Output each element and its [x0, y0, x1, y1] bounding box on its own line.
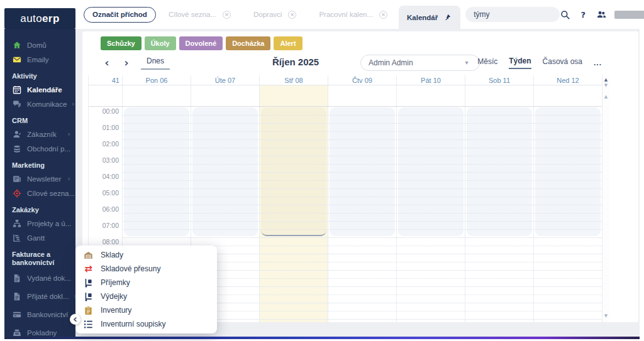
- menu-item-sklady[interactable]: Sklady: [75, 248, 217, 262]
- resource-select[interactable]: Admin Admin ▾: [360, 55, 480, 71]
- resource-select-value: Admin Admin: [369, 58, 413, 67]
- scroll-up-icon[interactable]: ▲: [602, 94, 609, 99]
- all-day-cell[interactable]: [259, 85, 328, 106]
- all-day-cell[interactable]: [396, 85, 465, 106]
- more-views-button[interactable]: ...: [594, 58, 602, 67]
- filter-button-sch-zky[interactable]: Schůzky: [101, 36, 142, 50]
- warehouse-icon: [83, 250, 94, 261]
- next-button[interactable]: ›: [121, 58, 131, 68]
- card-icon: [12, 310, 22, 320]
- sidebar-section-label: Marketing: [4, 156, 75, 171]
- scroll-down-icon[interactable]: ▼: [602, 313, 609, 318]
- sidebar-item-label: Projekty a ú...: [27, 220, 71, 227]
- day-column[interactable]: [259, 107, 328, 322]
- non-working-hours-shade: [398, 107, 464, 236]
- time-label: 02:00: [103, 141, 119, 148]
- topbar-tab[interactable]: Pracovní kalen...×: [308, 0, 399, 29]
- doc-icon: [12, 273, 22, 283]
- sidebar-item-label: Přijaté dokl...: [27, 293, 69, 300]
- menu-item-p-jemky[interactable]: Příjemky: [75, 276, 217, 290]
- chevron-right-icon: ›: [72, 100, 74, 108]
- search-icon[interactable]: [560, 9, 570, 19]
- tab-label: Kalendář: [407, 14, 438, 21]
- sidebar-item-bankovnictv[interactable]: Bankovnictví›: [4, 305, 75, 323]
- help-icon[interactable]: ?: [578, 9, 588, 19]
- calendar-scrollbar[interactable]: ▲▼▲▼: [602, 75, 609, 322]
- sidebar-collapse-button[interactable]: ‹: [70, 314, 80, 325]
- menu-item-v-dejky[interactable]: Výdejky: [75, 290, 217, 303]
- sidebar-item-label: Kalendáře: [27, 86, 62, 94]
- sidebar-item-z-kazn-k[interactable]: Zákazník›: [4, 127, 75, 141]
- sidebar-item-label: Obchodní p...: [27, 145, 70, 153]
- filter-button--koly[interactable]: Úkoly: [145, 36, 176, 50]
- view-button-m-s-c[interactable]: Měsíc: [477, 57, 497, 68]
- all-day-cell[interactable]: [122, 85, 191, 106]
- topbar-tab[interactable]: Kalendář: [399, 6, 460, 29]
- today-button[interactable]: Dnes: [141, 56, 170, 70]
- topbar-tab[interactable]: Dopravci×: [242, 0, 308, 29]
- non-working-hours-shade: [467, 107, 532, 236]
- search-input[interactable]: [465, 7, 560, 22]
- sidebar-item-kalend-e[interactable]: Kalendáře: [4, 82, 75, 97]
- sidebar-item-gantt[interactable]: Gantt: [4, 230, 75, 245]
- sidebar-item-komunikace[interactable]: Komunikace›: [4, 97, 75, 111]
- menu-item-inventury[interactable]: Inventury: [75, 303, 217, 317]
- time-label: 00:00: [103, 108, 119, 115]
- filter-button-dovolen-[interactable]: Dovolené: [179, 36, 223, 50]
- calendar-title: Říjen 2025: [272, 57, 319, 67]
- sidebar-item-pokladny[interactable]: Pokladny: [4, 323, 75, 337]
- chevron-right-icon: ›: [121, 58, 131, 68]
- warehouse-context-menu: Sklady⇄Skladové přesunyPříjemkyVýdejkyIn…: [75, 246, 217, 333]
- user-name-redacted: [614, 11, 644, 19]
- target-icon: [12, 188, 22, 198]
- time-label: 06:00: [103, 206, 119, 213]
- sidebar-item-p-ijat-dokl[interactable]: Přijaté dokl...›: [4, 287, 75, 305]
- scroll-down-icon[interactable]: ▼: [602, 83, 609, 88]
- filter-button-alert[interactable]: Alert: [274, 36, 302, 50]
- sidebar-item-emaily[interactable]: Emaily: [4, 52, 75, 67]
- all-day-cell[interactable]: [191, 85, 259, 106]
- sidebar-item-label: Domů: [27, 41, 47, 49]
- all-day-cell[interactable]: [533, 85, 602, 106]
- non-working-hours-shade: [192, 107, 258, 236]
- view-button-t-den[interactable]: Týden: [509, 57, 531, 69]
- all-day-cell[interactable]: [328, 85, 396, 106]
- check-in-button[interactable]: Označit příchod: [84, 7, 156, 23]
- day-column[interactable]: [465, 107, 533, 322]
- menu-item-label: Skladové přesuny: [101, 264, 160, 273]
- close-tab-icon[interactable]: ×: [223, 11, 231, 19]
- sidebar-item-dom[interactable]: Domů: [4, 38, 75, 52]
- sidebar-item-label: Vydané dok...: [27, 274, 71, 282]
- caret-down-icon: ▾: [462, 58, 472, 68]
- view-button--asov-osa[interactable]: Časová osa: [543, 57, 582, 68]
- team-icon[interactable]: [596, 9, 606, 19]
- close-tab-icon[interactable]: ×: [379, 11, 387, 19]
- day-header: Úte 07: [191, 75, 259, 85]
- day-header: Stř 08: [259, 75, 328, 85]
- tab-label: Cílové sezna...: [169, 11, 216, 18]
- sidebar-item-obchodn-p[interactable]: Obchodní p...›: [4, 141, 75, 156]
- sidebar-item-label: Emaily: [27, 56, 49, 63]
- day-column[interactable]: [328, 107, 396, 322]
- day-column[interactable]: [533, 107, 602, 322]
- non-working-hours-shade: [261, 107, 326, 236]
- prev-button[interactable]: ‹: [102, 58, 112, 68]
- menu-item-label: Sklady: [101, 251, 123, 259]
- chevron-left-icon: ‹: [70, 315, 80, 325]
- day-column[interactable]: [396, 107, 465, 322]
- tab-bar: Cílové sezna...×Dopravci×Pracovní kalen.…: [157, 0, 460, 29]
- scroll-up-icon[interactable]: ▲: [602, 77, 609, 82]
- view-switcher: MěsícTýdenČasová osa...: [477, 57, 602, 69]
- all-day-cell[interactable]: [465, 85, 533, 106]
- time-label: 07:00: [103, 222, 119, 229]
- menu-item-skladov-p-esuny[interactable]: ⇄Skladové přesuny: [75, 262, 217, 276]
- menu-item-inventurn-soupisky[interactable]: Inventurní soupisky: [75, 317, 217, 331]
- sidebar-item-newsletter[interactable]: Newsletter›: [4, 171, 75, 186]
- topbar-tab[interactable]: Cílové sezna...×: [157, 0, 242, 29]
- all-day-row: [89, 85, 602, 107]
- close-tab-icon[interactable]: ×: [288, 11, 296, 19]
- sidebar-item-vydan-dok[interactable]: Vydané dok...›: [4, 269, 75, 287]
- sidebar-item-c-lov-sezna[interactable]: Cílové sezna...: [4, 186, 75, 200]
- filter-button-doch-zka[interactable]: Docházka: [226, 36, 270, 50]
- sidebar-item-projekty-a[interactable]: Projekty a ú...›: [4, 216, 75, 230]
